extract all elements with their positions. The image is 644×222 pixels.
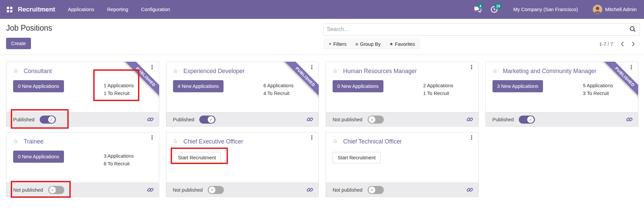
favorite-star-icon[interactable]: ☆ bbox=[333, 137, 338, 146]
kebab-menu-icon[interactable]: ⋮ bbox=[469, 64, 474, 70]
kebab-menu-icon[interactable]: ⋮ bbox=[309, 134, 314, 141]
user-menu[interactable]: Mitchell Admin bbox=[605, 7, 637, 12]
card-footer: Published ✓ bbox=[166, 112, 319, 126]
favorites-label: Favorites bbox=[395, 41, 415, 47]
nav-menu-item-configuration[interactable]: Configuration bbox=[141, 7, 170, 12]
favorites-button[interactable]: ★ Favorites bbox=[389, 41, 415, 47]
favorite-star-icon[interactable]: ☆ bbox=[173, 67, 178, 76]
kebab-menu-icon[interactable]: ⋮ bbox=[629, 64, 634, 70]
publish-status-label: Published bbox=[13, 117, 35, 122]
kanban-view: PUBLISHED ⋮ ☆ Consultant 0 New Applicati… bbox=[0, 55, 644, 197]
publish-toggle[interactable]: ✕ bbox=[208, 186, 224, 194]
job-position-card[interactable]: PUBLISHED ⋮ ☆ Experienced Developer 4 Ne… bbox=[166, 62, 319, 127]
job-title[interactable]: Marketing and Community Manager bbox=[503, 67, 597, 76]
nav-menu-item-applications[interactable]: Applications bbox=[68, 7, 94, 12]
new-applications-button[interactable]: 0 New Applications bbox=[13, 80, 64, 92]
activity-clock-icon[interactable]: 19 bbox=[490, 6, 498, 13]
toggle-knob-icon: ✕ bbox=[209, 187, 215, 193]
to-recruit-count[interactable]: 1 To Recruit bbox=[104, 90, 134, 97]
link-icon[interactable] bbox=[467, 116, 473, 123]
job-position-card[interactable]: ⋮ ☆ Chief Executive Officer Start Recrui… bbox=[166, 132, 319, 197]
job-title[interactable]: Chief Technical Officer bbox=[343, 137, 402, 146]
activity-badge: 19 bbox=[495, 3, 502, 9]
favorite-star-icon[interactable]: ☆ bbox=[493, 67, 498, 76]
job-position-card[interactable]: PUBLISHED ⋮ ☆ Marketing and Community Ma… bbox=[485, 62, 639, 127]
job-title[interactable]: Trainee bbox=[24, 137, 43, 146]
recruitment-stats: 3 Applications 6 To Recruit bbox=[104, 152, 134, 167]
job-title[interactable]: Human Resources Manager bbox=[343, 67, 417, 76]
publish-status-label: Published bbox=[493, 117, 514, 122]
link-icon[interactable] bbox=[307, 116, 313, 123]
publish-status-label: Published bbox=[173, 117, 195, 122]
filters-button[interactable]: ▼ Filters bbox=[329, 41, 346, 47]
applications-count[interactable]: 5 Applications bbox=[583, 82, 613, 89]
link-icon[interactable] bbox=[147, 187, 154, 193]
kebab-menu-icon[interactable]: ⋮ bbox=[149, 134, 155, 141]
applications-count[interactable]: 1 Applications bbox=[104, 82, 134, 89]
job-title[interactable]: Chief Executive Officer bbox=[183, 137, 243, 146]
toggle-knob-icon: ✕ bbox=[369, 187, 375, 193]
job-position-card[interactable]: ⋮ ☆ Chief Technical Officer Start Recrui… bbox=[326, 132, 479, 197]
job-position-card[interactable]: ⋮ ☆ Human Resources Manager 0 New Applic… bbox=[326, 62, 479, 127]
start-recruitment-button[interactable]: Start Recruitment bbox=[173, 152, 221, 163]
create-button[interactable]: Create bbox=[6, 38, 31, 49]
publish-toggle[interactable]: ✓ bbox=[199, 116, 215, 124]
toggle-knob-icon: ✕ bbox=[369, 116, 375, 123]
applications-count[interactable]: 6 Applications bbox=[264, 82, 294, 89]
publish-toggle[interactable]: ✕ bbox=[368, 116, 384, 124]
pager: 1-7 / 7 bbox=[599, 41, 635, 47]
to-recruit-count[interactable]: 3 To Recruit bbox=[583, 90, 613, 97]
job-title[interactable]: Consultant bbox=[24, 67, 52, 76]
chevron-right-icon[interactable] bbox=[632, 41, 635, 47]
nav-menu-item-reporting[interactable]: Reporting bbox=[107, 7, 128, 12]
toggle-knob-icon: ✓ bbox=[48, 116, 55, 123]
to-recruit-count[interactable]: 4 To Recruit bbox=[264, 90, 294, 97]
group-by-bars-icon: ≡ bbox=[355, 41, 358, 47]
link-icon[interactable] bbox=[626, 116, 633, 123]
publish-toggle[interactable]: ✓ bbox=[40, 116, 56, 124]
to-recruit-count[interactable]: 1 To Recruit bbox=[423, 90, 453, 97]
start-recruitment-button[interactable]: Start Recruitment bbox=[333, 152, 381, 163]
publish-toggle[interactable]: ✕ bbox=[368, 186, 384, 194]
chevron-left-icon[interactable] bbox=[620, 41, 624, 47]
kebab-menu-icon[interactable]: ⋮ bbox=[469, 134, 474, 141]
publish-status-label: Not published bbox=[173, 187, 203, 193]
new-applications-button[interactable]: 0 New Applications bbox=[13, 151, 64, 163]
company-switcher[interactable]: My Company (San Francisco) bbox=[513, 7, 578, 12]
recruitment-stats: 2 Applications 1 To Recruit bbox=[423, 82, 453, 97]
favorite-star-icon[interactable]: ☆ bbox=[173, 137, 178, 146]
chat-icon[interactable]: 4 bbox=[474, 6, 482, 13]
avatar[interactable] bbox=[593, 5, 602, 14]
control-panel: Job Positions Create ▼ Filters ≡ Group B bbox=[0, 19, 644, 55]
publish-toggle[interactable]: ✓ bbox=[519, 116, 535, 124]
apps-grid-icon[interactable] bbox=[7, 7, 12, 12]
card-footer: Not published ✕ bbox=[326, 183, 478, 197]
favorite-star-icon[interactable]: ☆ bbox=[333, 67, 338, 76]
new-applications-button[interactable]: 4 New Applications bbox=[173, 80, 224, 92]
avatar-photo bbox=[593, 5, 602, 14]
favorite-star-icon[interactable]: ☆ bbox=[13, 67, 18, 76]
applications-count[interactable]: 3 Applications bbox=[104, 152, 134, 160]
new-applications-button[interactable]: 3 New Applications bbox=[493, 80, 543, 92]
search-icon[interactable] bbox=[630, 26, 636, 34]
job-position-card[interactable]: PUBLISHED ⋮ ☆ Consultant 0 New Applicati… bbox=[6, 62, 159, 127]
toggle-knob-icon: ✕ bbox=[49, 187, 56, 193]
recruitment-stats: 6 Applications 4 To Recruit bbox=[264, 82, 294, 97]
app-name[interactable]: Recruitment bbox=[18, 6, 55, 13]
favorite-star-icon[interactable]: ☆ bbox=[13, 137, 18, 146]
new-applications-button[interactable]: 0 New Applications bbox=[333, 80, 383, 92]
link-icon[interactable] bbox=[467, 187, 473, 193]
link-icon[interactable] bbox=[307, 187, 313, 193]
toggle-knob-icon: ✓ bbox=[208, 116, 214, 123]
to-recruit-count[interactable]: 6 To Recruit bbox=[104, 160, 134, 167]
applications-count[interactable]: 2 Applications bbox=[423, 82, 453, 89]
card-footer: Published ✓ bbox=[6, 112, 159, 126]
job-position-card[interactable]: ⋮ ☆ Trainee 0 New Applications 3 Applica… bbox=[6, 132, 159, 197]
publish-toggle[interactable]: ✕ bbox=[48, 186, 64, 194]
job-title[interactable]: Experienced Developer bbox=[183, 67, 245, 76]
kebab-menu-icon[interactable]: ⋮ bbox=[149, 64, 155, 70]
group-by-button[interactable]: ≡ Group By bbox=[355, 41, 380, 47]
search-input[interactable] bbox=[323, 23, 640, 36]
link-icon[interactable] bbox=[147, 116, 154, 123]
kebab-menu-icon[interactable]: ⋮ bbox=[309, 64, 314, 70]
